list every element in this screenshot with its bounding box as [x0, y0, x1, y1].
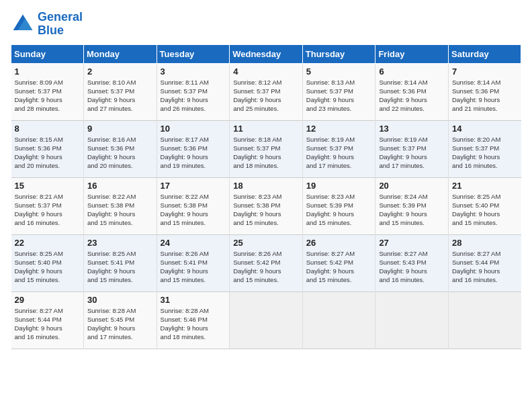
- logo: General Blue: [11, 11, 83, 38]
- cell-text: Sunrise: 8:26 AMSunset: 5:42 PMDaylight:…: [233, 249, 300, 285]
- day-number: 13: [379, 124, 445, 134]
- day-number: 9: [87, 124, 154, 134]
- calendar-cell: 29Sunrise: 8:27 AMSunset: 5:44 PMDayligh…: [11, 291, 84, 349]
- calendar-cell: 3Sunrise: 8:11 AMSunset: 5:37 PMDaylight…: [157, 63, 230, 120]
- day-number: 2: [87, 66, 154, 77]
- calendar-cell: 2Sunrise: 8:10 AMSunset: 5:37 PMDaylight…: [83, 63, 157, 120]
- calendar-cell: 10Sunrise: 8:17 AMSunset: 5:36 PMDayligh…: [157, 120, 230, 177]
- day-number: 29: [15, 295, 81, 305]
- calendar-header-row: SundayMondayTuesdayWednesdayThursdayFrid…: [11, 44, 521, 63]
- calendar-cell: 24Sunrise: 8:26 AMSunset: 5:41 PMDayligh…: [157, 234, 230, 291]
- day-number: 3: [161, 66, 227, 77]
- cell-text: Sunrise: 8:16 AMSunset: 5:36 PMDaylight:…: [87, 135, 154, 171]
- calendar-cell: 22Sunrise: 8:25 AMSunset: 5:40 PMDayligh…: [11, 234, 84, 291]
- column-header-thursday: Thursday: [302, 44, 375, 63]
- calendar-cell: 13Sunrise: 8:19 AMSunset: 5:37 PMDayligh…: [375, 120, 449, 177]
- calendar-cell: 28Sunrise: 8:27 AMSunset: 5:44 PMDayligh…: [449, 234, 521, 291]
- day-number: 6: [379, 66, 445, 77]
- day-number: 19: [306, 181, 373, 191]
- cell-text: Sunrise: 8:14 AMSunset: 5:36 PMDaylight:…: [452, 78, 519, 113]
- column-header-sunday: Sunday: [11, 44, 84, 63]
- cell-text: Sunrise: 8:19 AMSunset: 5:37 PMDaylight:…: [306, 135, 373, 171]
- calendar-cell: 18Sunrise: 8:23 AMSunset: 5:38 PMDayligh…: [230, 177, 303, 234]
- cell-text: Sunrise: 8:28 AMSunset: 5:45 PMDaylight:…: [87, 306, 154, 342]
- day-number: 17: [161, 181, 227, 191]
- cell-text: Sunrise: 8:18 AMSunset: 5:37 PMDaylight:…: [233, 135, 300, 171]
- cell-text: Sunrise: 8:28 AMSunset: 5:46 PMDaylight:…: [161, 306, 227, 342]
- calendar-cell: 19Sunrise: 8:23 AMSunset: 5:39 PMDayligh…: [302, 177, 375, 234]
- calendar-week-row: 8Sunrise: 8:15 AMSunset: 5:36 PMDaylight…: [11, 120, 521, 177]
- calendar-cell: [230, 291, 303, 349]
- day-number: 26: [306, 238, 373, 248]
- day-number: 5: [306, 66, 373, 77]
- calendar-cell: 26Sunrise: 8:27 AMSunset: 5:42 PMDayligh…: [302, 234, 375, 291]
- logo-text: General Blue: [38, 11, 83, 38]
- calendar-cell: 5Sunrise: 8:13 AMSunset: 5:37 PMDaylight…: [302, 63, 375, 120]
- day-number: 31: [161, 295, 227, 305]
- day-number: 25: [233, 238, 300, 248]
- day-number: 16: [87, 181, 154, 191]
- calendar-cell: 30Sunrise: 8:28 AMSunset: 5:45 PMDayligh…: [83, 291, 157, 349]
- day-number: 7: [452, 66, 519, 77]
- calendar-cell: [375, 291, 449, 349]
- calendar-cell: 31Sunrise: 8:28 AMSunset: 5:46 PMDayligh…: [157, 291, 230, 349]
- cell-text: Sunrise: 8:19 AMSunset: 5:37 PMDaylight:…: [379, 135, 445, 171]
- calendar-week-row: 22Sunrise: 8:25 AMSunset: 5:40 PMDayligh…: [11, 234, 521, 291]
- calendar-cell: 9Sunrise: 8:16 AMSunset: 5:36 PMDaylight…: [83, 120, 157, 177]
- calendar-table: SundayMondayTuesdayWednesdayThursdayFrid…: [11, 44, 521, 349]
- cell-text: Sunrise: 8:27 AMSunset: 5:44 PMDaylight:…: [452, 249, 519, 285]
- day-number: 12: [306, 124, 373, 134]
- calendar-cell: [449, 291, 521, 349]
- cell-text: Sunrise: 8:22 AMSunset: 5:38 PMDaylight:…: [161, 192, 227, 228]
- cell-text: Sunrise: 8:24 AMSunset: 5:39 PMDaylight:…: [379, 192, 445, 228]
- calendar-cell: 4Sunrise: 8:12 AMSunset: 5:37 PMDaylight…: [230, 63, 303, 120]
- calendar-cell: 20Sunrise: 8:24 AMSunset: 5:39 PMDayligh…: [375, 177, 449, 234]
- calendar-cell: 25Sunrise: 8:26 AMSunset: 5:42 PMDayligh…: [230, 234, 303, 291]
- cell-text: Sunrise: 8:13 AMSunset: 5:37 PMDaylight:…: [306, 78, 373, 113]
- day-number: 4: [233, 66, 300, 77]
- calendar-cell: 16Sunrise: 8:22 AMSunset: 5:38 PMDayligh…: [83, 177, 157, 234]
- day-number: 27: [379, 238, 445, 248]
- day-number: 20: [379, 181, 445, 191]
- day-number: 15: [15, 181, 81, 191]
- day-number: 30: [87, 295, 154, 305]
- calendar-cell: 23Sunrise: 8:25 AMSunset: 5:41 PMDayligh…: [83, 234, 157, 291]
- calendar-cell: 21Sunrise: 8:25 AMSunset: 5:40 PMDayligh…: [449, 177, 521, 234]
- cell-text: Sunrise: 8:27 AMSunset: 5:44 PMDaylight:…: [15, 306, 81, 342]
- logo-icon: [11, 12, 35, 36]
- calendar-cell: 17Sunrise: 8:22 AMSunset: 5:38 PMDayligh…: [157, 177, 230, 234]
- cell-text: Sunrise: 8:20 AMSunset: 5:37 PMDaylight:…: [452, 135, 519, 171]
- calendar-cell: 14Sunrise: 8:20 AMSunset: 5:37 PMDayligh…: [449, 120, 521, 177]
- day-number: 22: [15, 238, 81, 248]
- column-header-tuesday: Tuesday: [157, 44, 230, 63]
- column-header-wednesday: Wednesday: [230, 44, 303, 63]
- page-container: General Blue SundayMondayTuesdayWednesda…: [0, 0, 532, 355]
- cell-text: Sunrise: 8:21 AMSunset: 5:37 PMDaylight:…: [15, 192, 81, 228]
- day-number: 24: [161, 238, 227, 248]
- calendar-cell: [302, 291, 375, 349]
- calendar-cell: 27Sunrise: 8:27 AMSunset: 5:43 PMDayligh…: [375, 234, 449, 291]
- day-number: 18: [233, 181, 300, 191]
- cell-text: Sunrise: 8:25 AMSunset: 5:41 PMDaylight:…: [87, 249, 154, 285]
- day-number: 10: [161, 124, 227, 134]
- day-number: 28: [452, 238, 519, 248]
- page-header: General Blue: [11, 11, 521, 38]
- day-number: 14: [452, 124, 519, 134]
- day-number: 21: [452, 181, 519, 191]
- cell-text: Sunrise: 8:10 AMSunset: 5:37 PMDaylight:…: [87, 78, 154, 113]
- cell-text: Sunrise: 8:15 AMSunset: 5:36 PMDaylight:…: [15, 135, 81, 171]
- calendar-cell: 6Sunrise: 8:14 AMSunset: 5:36 PMDaylight…: [375, 63, 449, 120]
- day-number: 1: [15, 66, 81, 77]
- day-number: 8: [15, 124, 81, 134]
- cell-text: Sunrise: 8:25 AMSunset: 5:40 PMDaylight:…: [452, 192, 519, 228]
- calendar-cell: 15Sunrise: 8:21 AMSunset: 5:37 PMDayligh…: [11, 177, 84, 234]
- cell-text: Sunrise: 8:23 AMSunset: 5:38 PMDaylight:…: [233, 192, 300, 228]
- column-header-friday: Friday: [375, 44, 449, 63]
- calendar-cell: 8Sunrise: 8:15 AMSunset: 5:36 PMDaylight…: [11, 120, 84, 177]
- cell-text: Sunrise: 8:27 AMSunset: 5:43 PMDaylight:…: [379, 249, 445, 285]
- cell-text: Sunrise: 8:27 AMSunset: 5:42 PMDaylight:…: [306, 249, 373, 285]
- column-header-monday: Monday: [83, 44, 157, 63]
- calendar-cell: 7Sunrise: 8:14 AMSunset: 5:36 PMDaylight…: [449, 63, 521, 120]
- cell-text: Sunrise: 8:11 AMSunset: 5:37 PMDaylight:…: [161, 78, 227, 113]
- cell-text: Sunrise: 8:14 AMSunset: 5:36 PMDaylight:…: [379, 78, 445, 113]
